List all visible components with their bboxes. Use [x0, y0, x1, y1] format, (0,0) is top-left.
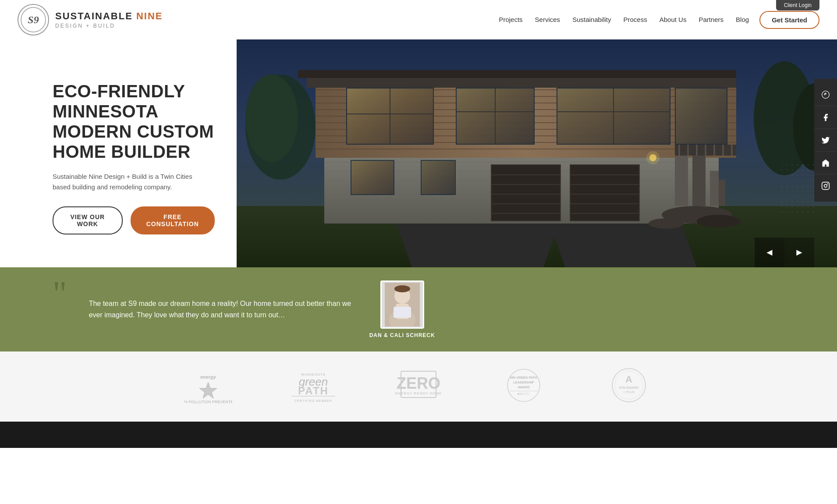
person-name: DAN & CALI SCHRECK — [369, 332, 435, 338]
logo-text: SUSTAINABLE NINE DESIGN + BUILD — [55, 11, 163, 29]
svg-rect-79 — [822, 182, 830, 190]
header: S9 SUSTAINABLE NINE DESIGN + BUILD Clien… — [0, 0, 837, 39]
slider-prev-button[interactable]: ◄ — [755, 238, 784, 267]
svg-text:A: A — [625, 374, 632, 385]
svg-point-77 — [649, 218, 684, 229]
svg-text:■BATC: ■BATC — [518, 392, 530, 396]
decorative-dots — [779, 162, 814, 215]
svg-rect-55 — [571, 165, 639, 220]
get-started-button[interactable]: Get Started — [759, 11, 819, 29]
nav-about[interactable]: About Us — [660, 16, 687, 23]
svg-rect-64 — [719, 180, 725, 206]
svg-text:ATA AWARD: ATA AWARD — [619, 386, 639, 390]
svg-rect-46 — [422, 161, 455, 194]
green-path-badge: MINNESOTA green PATH CERTIFIED MEMBER — [278, 369, 348, 404]
hero-description: Sustainable Nine Design + Build is a Twi… — [53, 171, 210, 192]
svg-rect-44 — [351, 161, 394, 194]
svg-point-76 — [697, 215, 741, 228]
svg-point-86 — [394, 285, 410, 292]
bottom-bar — [0, 422, 837, 448]
hero-section: ECO-FRIENDLY MINNESOTA MODERN CUSTOM HOM… — [0, 39, 837, 267]
hero-heading: ECO-FRIENDLY MINNESOTA MODERN CUSTOM HOM… — [53, 81, 215, 162]
free-consultation-button[interactable]: FREE CONSULTATION — [131, 206, 215, 234]
nav-area: Projects Services Sustainability Process… — [499, 11, 819, 29]
instagram-icon[interactable] — [814, 174, 837, 197]
svg-rect-63 — [710, 171, 719, 206]
pinterest-icon[interactable] — [814, 83, 837, 106]
svg-text:EPA POLLUTION PREVENTER: EPA POLLUTION PREVENTER — [184, 400, 232, 404]
svg-point-81 — [827, 184, 828, 184]
ata-award-logo: A ATA AWARD ⬡ PLUS — [603, 369, 655, 404]
svg-rect-28 — [298, 70, 736, 78]
trust-logos-section: energy EPA POLLUTION PREVENTER MINNESOTA… — [0, 351, 837, 422]
svg-rect-62 — [692, 153, 706, 206]
energy-star-logo: energy EPA POLLUTION PREVENTER — [182, 369, 234, 404]
testimonial-text: The team at S9 made our dream home a rea… — [89, 298, 352, 320]
logo-name: SUSTAINABLE NINE — [55, 11, 163, 22]
svg-rect-42 — [676, 89, 727, 144]
slider-next-button[interactable]: ► — [784, 238, 814, 267]
houzz-icon[interactable] — [814, 152, 837, 174]
nav-links: Projects Services Sustainability Process… — [499, 16, 749, 24]
svg-text:PATH: PATH — [298, 385, 329, 397]
logo-name-accent: NINE — [136, 11, 163, 21]
svg-text:energy: energy — [200, 374, 216, 380]
logo[interactable]: S9 SUSTAINABLE NINE DESIGN + BUILD — [18, 4, 163, 35]
nav-sustainability[interactable]: Sustainability — [572, 16, 611, 23]
svg-point-4 — [245, 75, 298, 162]
hero-heading-line1: ECO-FRIENDLY MINNESOTA — [53, 82, 185, 121]
svg-text:ENERGY READY HOME: ENERGY READY HOME — [395, 391, 442, 395]
svg-text:S9: S9 — [28, 14, 39, 25]
quote-marks: " — [53, 276, 67, 311]
zero-energy-logo: ZERO ENERGY READY HOME — [392, 369, 445, 404]
svg-rect-87 — [394, 307, 411, 318]
nav-process[interactable]: Process — [624, 16, 647, 23]
nav-partners[interactable]: Partners — [699, 16, 724, 23]
svg-marker-89 — [199, 382, 217, 398]
svg-point-80 — [824, 185, 827, 188]
nav-blog[interactable]: Blog — [736, 16, 749, 23]
testimonial-section: " The team at S9 made our dream home a r… — [0, 267, 837, 351]
hero-image: ◄ ► — [237, 39, 837, 267]
svg-text:ZERO: ZERO — [397, 374, 440, 392]
svg-text:⬡ PLUS: ⬡ PLUS — [623, 390, 635, 394]
ata-award-badge: A ATA AWARD ⬡ PLUS — [594, 369, 664, 404]
nav-projects[interactable]: Projects — [499, 16, 522, 23]
mn-green-path-logo: MN GREEN PATH LEADERSHIP AWARD ■BATC — [497, 369, 550, 404]
twitter-icon[interactable] — [814, 129, 837, 152]
nav-services[interactable]: Services — [535, 16, 560, 23]
client-login-bar[interactable]: Client Login — [776, 0, 819, 11]
svg-point-74 — [646, 151, 660, 164]
energy-star-badge: energy EPA POLLUTION PREVENTER — [173, 369, 243, 404]
slider-nav: ◄ ► — [755, 238, 814, 267]
svg-text:LEADERSHIP: LEADERSHIP — [513, 380, 534, 384]
svg-rect-61 — [675, 153, 688, 206]
zero-energy-badge: ZERO ENERGY READY HOME — [383, 369, 454, 404]
view-work-button[interactable]: VIEW OUR WORK — [53, 206, 123, 234]
logo-tagline: DESIGN + BUILD — [55, 23, 163, 29]
mn-green-path-badge: MN GREEN PATH LEADERSHIP AWARD ■BATC — [489, 369, 559, 404]
facebook-icon[interactable] — [814, 106, 837, 129]
hero-content: ECO-FRIENDLY MINNESOTA MODERN CUSTOM HOM… — [0, 39, 237, 267]
svg-rect-48 — [492, 165, 560, 220]
person-avatar — [380, 280, 424, 329]
social-sidebar — [814, 79, 837, 202]
hero-heading-line2: MODERN CUSTOM HOME BUILDER — [53, 122, 214, 161]
logo-circle: S9 — [18, 4, 49, 35]
svg-text:AWARD: AWARD — [518, 385, 530, 389]
hero-buttons: VIEW OUR WORK FREE CONSULTATION — [53, 206, 215, 234]
svg-text:MN GREEN PATH: MN GREEN PATH — [511, 376, 537, 380]
svg-text:CERTIFIED MEMBER: CERTIFIED MEMBER — [294, 399, 332, 402]
testimonial-person: DAN & CALI SCHRECK — [369, 280, 435, 338]
green-path-logo: MINNESOTA green PATH CERTIFIED MEMBER — [287, 369, 340, 404]
